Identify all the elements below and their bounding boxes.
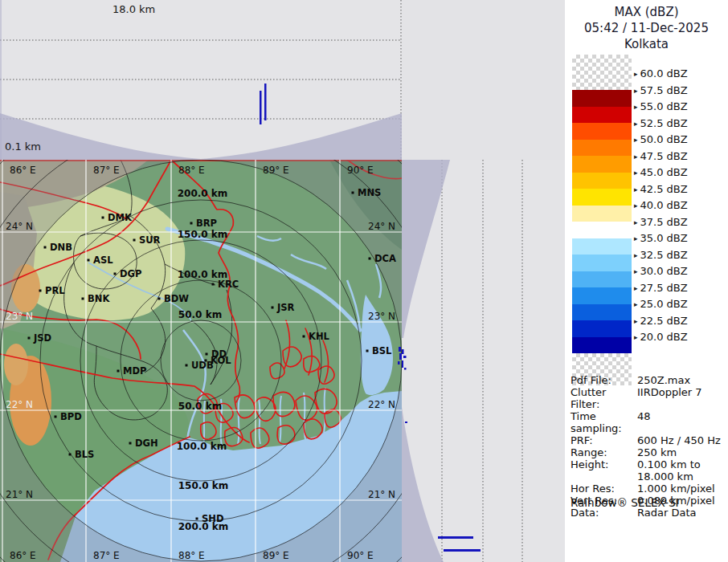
city-label-BSL: BSL [372, 345, 392, 356]
range-ring-label: 50.0 km [178, 401, 222, 412]
legend-swatch [572, 206, 632, 222]
lat-label-right: 22° N [368, 399, 395, 410]
legend-value-label: ▸60.0 dBZ [634, 68, 688, 79]
city-label-BRP: BRP [196, 218, 217, 229]
city-label-BPD: BPD [60, 411, 82, 422]
legend-tick-arrow-icon: ▸ [634, 300, 638, 308]
no-coverage-wedge [402, 407, 444, 562]
lon-label-bottom: 86° E [10, 550, 36, 561]
lon-label-bottom: 90° E [347, 550, 374, 561]
legend-swatch [572, 337, 632, 354]
legend-value-label: ▸47.5 dBZ [634, 151, 688, 162]
legend-value-label: ▸25.0 dBZ [634, 299, 688, 310]
city-label-KRC: KRC [218, 279, 239, 290]
city-dot-BDW [158, 298, 161, 300]
lon-label-top: 86° E [10, 165, 36, 176]
range-ring-label: 150.0 km [178, 229, 228, 240]
legend-tick-arrow-icon: ▸ [634, 333, 638, 341]
radar-echo-top-strip [260, 83, 267, 124]
city-label-UDB: UDB [191, 360, 214, 371]
legend-tick-arrow-icon: ▸ [634, 284, 638, 292]
legend-swatch [572, 287, 632, 304]
city-label-DGP: DGP [120, 268, 141, 279]
legend-tick-arrow-icon: ▸ [634, 103, 638, 111]
lat-label-left: 23° N [6, 311, 33, 322]
legend-value-label: ▸22.5 dBZ [634, 316, 688, 327]
city-dot-JSD [28, 337, 31, 340]
legend-swatch [572, 173, 632, 189]
legend-tick-arrow-icon: ▸ [634, 70, 638, 78]
legend-swatch [572, 189, 632, 206]
city-label-DMK: DMK [108, 212, 133, 223]
city-dot-SUR [133, 239, 136, 242]
cross-section-top-strip [0, 0, 402, 160]
city-dot-UDB [186, 364, 188, 367]
city-dot-BRP [190, 222, 193, 225]
metadata-label: Time sampling: [571, 410, 637, 434]
city-dot-BSL [366, 350, 369, 352]
lat-label-left: 22° N [6, 399, 33, 410]
legend-value-label: ▸57.5 dBZ [634, 85, 688, 96]
software-brand: Rainbow® SELEX-SI [571, 496, 678, 509]
city-dot-JSR [272, 307, 274, 309]
no-coverage-wedge [402, 160, 450, 338]
city-dot-BNK [82, 298, 84, 300]
metadata-row: Range:250 km [571, 446, 725, 458]
lon-label-top: 90° E [347, 165, 374, 176]
lon-label-top: 88° E [178, 165, 205, 176]
legend-swatch [572, 107, 632, 124]
metadata-row: PRF:600 Hz / 450 Hz [571, 434, 725, 446]
city-dot-KHL [303, 336, 305, 338]
range-ring-label: 100.0 km [177, 441, 227, 452]
legend-value-label: ▸52.5 dBZ [634, 118, 688, 129]
lon-label-top: 87° E [93, 165, 120, 176]
city-dot-MNS [352, 192, 354, 194]
lon-label-bottom: 87° E [93, 550, 120, 561]
height-min-label: 0.1 km [5, 140, 41, 153]
city-label-JSD: JSD [33, 332, 51, 344]
city-label-JSR: JSR [276, 302, 295, 313]
legend-swatch [572, 255, 632, 271]
city-dot-PRL [39, 290, 42, 292]
city-dot-SHD [196, 518, 198, 520]
legend-value-label: ▸42.5 dBZ [634, 184, 688, 195]
lon-label-bottom: 88° E [178, 550, 205, 561]
legend-tick-arrow-icon: ▸ [634, 185, 638, 193]
city-label-ASL: ASL [93, 255, 113, 266]
metadata-row: Clutter Filter:IIRDoppler 7 [571, 386, 725, 410]
no-coverage-edge [0, 0, 2, 160]
no-coverage-wedge [0, 113, 402, 160]
legend-swatch [572, 238, 632, 255]
legend-value-label: ▸50.0 dBZ [634, 134, 688, 145]
range-ring-label: 150.0 km [178, 480, 229, 491]
lat-label-right: 23° N [368, 311, 395, 322]
city-label-KHL: KHL [309, 331, 330, 342]
range-ring-label: 200.0 km [178, 188, 228, 199]
city-dot-BPD [55, 416, 57, 418]
city-label-SUR: SUR [139, 234, 161, 246]
radar-map-canvas: 86° E86° E87° E87° E88° E88° E89° E89° E… [0, 160, 402, 562]
metadata-label: Pdf File: [571, 374, 637, 386]
metadata-row: Pdf File:250Z.max [571, 374, 725, 386]
city-label-KOL: KOL [211, 355, 231, 366]
legend-swatch [572, 90, 632, 107]
legend-tick-arrow-icon: ▸ [634, 202, 638, 210]
city-dot-BLS [69, 454, 72, 456]
metadata-label: Clutter Filter: [571, 386, 637, 410]
legend-swatch [572, 320, 632, 337]
city-label-DGH: DGH [135, 438, 158, 449]
cross-section-top-canvas [0, 0, 402, 160]
lat-label-right: 21° N [368, 489, 395, 500]
metadata-value: 600 Hz / 450 Hz [637, 434, 721, 446]
legend-info-panel: MAX (dBZ) 05:42 / 11-Dec-2025 Kolkata ▸6… [565, 0, 728, 562]
legend-swatch [572, 55, 632, 90]
city-dot-DMK [102, 217, 104, 219]
city-dot-DCA [369, 258, 371, 260]
lat-label-left: 24° N [6, 221, 33, 232]
range-ring-label: 50.0 km [178, 309, 222, 320]
metadata-label: Range: [571, 446, 637, 458]
city-label-BDW: BDW [164, 293, 189, 304]
city-label-SHD: SHD [202, 513, 223, 524]
legend-value-label: ▸40.0 dBZ [634, 200, 688, 211]
city-label-DNB: DNB [50, 242, 72, 253]
